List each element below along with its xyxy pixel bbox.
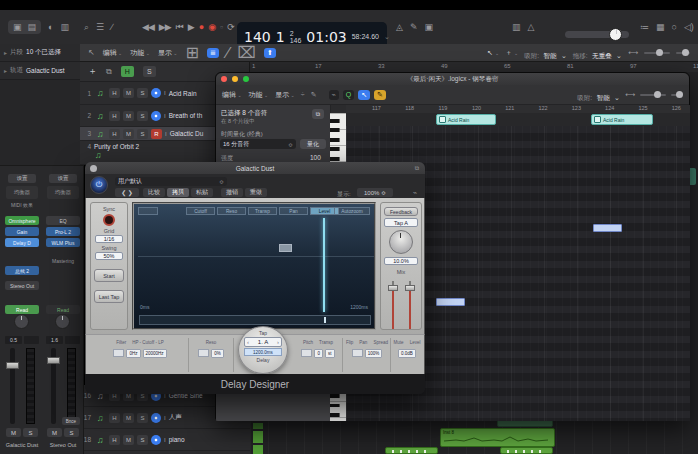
library-toggle-icon[interactable]: ▤ <box>28 22 37 32</box>
plugin-撤销-button[interactable]: 撤销 <box>221 188 243 197</box>
pencil-tool-icon[interactable]: ✎ <box>374 90 386 100</box>
start-button[interactable]: Start <box>94 269 124 282</box>
region-sliver[interactable] <box>253 431 263 443</box>
input-monitor-button[interactable] <box>151 88 161 98</box>
zoom-select[interactable]: 100% ≎ <box>357 188 393 197</box>
dry-slider[interactable] <box>404 281 416 329</box>
plugin-比较-button[interactable]: 比较 <box>143 188 165 197</box>
midi-in-icon[interactable]: ⌁ <box>329 90 339 100</box>
track-m-button[interactable]: M <box>123 88 134 98</box>
track-s-button[interactable]: S <box>137 413 148 423</box>
flex-icon[interactable]: ⌧ <box>237 43 255 62</box>
track-h-button[interactable]: H <box>109 435 120 445</box>
input-monitor-button[interactable] <box>151 111 161 121</box>
quantize-icon[interactable]: Q <box>343 90 354 100</box>
peak-value[interactable] <box>65 336 80 344</box>
view-tab-small[interactable] <box>138 207 158 215</box>
sync-led[interactable] <box>103 214 115 226</box>
input-monitor-button[interactable] <box>151 413 161 423</box>
filter-toggle[interactable] <box>113 349 124 357</box>
pencil-icon[interactable]: ∕ <box>111 22 113 32</box>
track-m-button[interactable]: M <box>123 435 134 445</box>
lcd-time[interactable]: 01:03 <box>306 29 346 45</box>
menu-显示[interactable]: 显示 ⌄ <box>158 48 178 58</box>
overview-strip[interactable] <box>139 315 371 325</box>
track-s-button[interactable]: S <box>137 111 148 121</box>
quantize-button[interactable]: 量化 <box>300 139 326 149</box>
preset-select[interactable]: 用户默认≎ <box>115 177 227 186</box>
global-hide-button[interactable]: H <box>121 66 134 77</box>
cycle-icon[interactable]: ⟳ <box>227 22 234 32</box>
snap-select[interactable]: 吸附: 智能 ⌄ <box>524 44 567 62</box>
h-zoom-icon[interactable]: ⟷ <box>625 91 635 99</box>
zoom-slider[interactable] <box>640 94 666 96</box>
track-h-button[interactable]: H <box>109 88 120 98</box>
plugin-slot-wlm-plus[interactable]: WLM Plus <box>46 238 80 247</box>
region-sliver[interactable] <box>253 423 263 429</box>
lcd-bar[interactable]: 1 <box>276 29 285 45</box>
view-tab-pan[interactable]: Pan <box>279 207 308 215</box>
grid-value[interactable]: 1/16 <box>95 235 123 243</box>
track-m-button[interactable]: M <box>123 413 134 423</box>
volume-value[interactable]: 0.5 <box>5 336 22 344</box>
pitch-value[interactable]: 0 <box>314 349 323 358</box>
fader-cap[interactable] <box>47 357 60 364</box>
level-value[interactable]: 0.0dB <box>398 349 416 358</box>
plugin-slot-omnisphere[interactable]: Omnisphere <box>5 216 39 225</box>
preset-nav-buttons[interactable]: ❮ ❯ <box>115 188 139 197</box>
reso-value[interactable]: 0% <box>211 349 224 358</box>
speaker-icon[interactable]: ◁) <box>684 22 694 32</box>
h-zoom-slider[interactable] <box>644 52 670 54</box>
capture-icon[interactable]: ◉ <box>208 22 215 32</box>
midi-region-acid-rain[interactable]: Acid Rain <box>591 114 653 125</box>
track-h-button[interactable]: H <box>109 111 120 121</box>
h-zoom-icon[interactable]: ⟷ <box>628 49 638 57</box>
grid-icon[interactable]: ⊞ <box>185 43 198 62</box>
quantize-select[interactable]: 16 分音符≎ <box>220 139 296 149</box>
tap-line[interactable] <box>323 218 325 312</box>
pointer-tool-icon[interactable]: ↖ <box>358 90 370 100</box>
notifications-icon[interactable]: ○ <box>672 22 677 32</box>
mute-button[interactable]: M <box>47 428 62 437</box>
tap-id-handle[interactable] <box>279 244 292 252</box>
sidechain-icon[interactable]: ⌁ <box>413 189 417 197</box>
midi-note[interactable] <box>436 298 465 306</box>
plugin-重做-button[interactable]: 重做 <box>245 188 267 197</box>
tap-stepper[interactable]: ‹1. A› <box>244 337 282 347</box>
goto-begin-icon[interactable]: ⏮ <box>176 22 183 33</box>
track-s-button[interactable]: S <box>137 435 148 445</box>
midi-region-acid-rain[interactable]: Acid Rain <box>436 114 496 125</box>
disclosure-icon[interactable]: ▸ <box>4 49 7 56</box>
menu-功能[interactable]: 功能 ⌄ <box>249 90 269 100</box>
automation-mode[interactable]: Read <box>5 305 39 314</box>
automation-mode[interactable]: Read <box>46 305 80 314</box>
delay-time-value[interactable]: 1200.0ms <box>244 348 282 356</box>
input-monitor-button[interactable] <box>151 435 161 445</box>
lcd-chevron-icon[interactable]: ⌄ <box>384 33 390 41</box>
pan-knob[interactable] <box>55 314 70 329</box>
track-inspector-row[interactable]: ▸ 轨道 Galactic Dust <box>0 62 80 80</box>
pitch-unit[interactable]: st <box>325 349 335 358</box>
global-solo-button[interactable]: S <box>143 66 156 77</box>
solo-button[interactable]: S <box>23 428 38 437</box>
expand-icon[interactable]: ⧉ <box>312 109 324 119</box>
lcd-frames[interactable]: 58:24.60 <box>352 33 379 40</box>
fader-track[interactable] <box>10 348 15 424</box>
menu-显示[interactable]: 显示 ⌄ <box>275 90 295 100</box>
wet-slider[interactable] <box>387 281 399 329</box>
link-icon[interactable]: ⧉ <box>415 165 419 172</box>
setting-button[interactable]: 设置 <box>49 174 77 183</box>
record-icon[interactable]: ● <box>199 22 203 32</box>
track-row-18[interactable]: 18♫HMSIpiano <box>80 429 250 451</box>
tap-display[interactable]: CutoffResoTranspPanLevel Autozoom 0ms 12… <box>132 202 376 330</box>
send-slot[interactable]: 总线 2 <box>5 266 39 275</box>
catch-icon[interactable]: ≣ <box>207 48 219 58</box>
track-h-button[interactable]: H <box>109 129 120 139</box>
add-track-button[interactable]: ＋ <box>88 65 97 78</box>
reso-bars[interactable] <box>198 349 209 357</box>
track-m-button[interactable]: M <box>123 111 134 121</box>
menu-编辑[interactable]: 编辑 ⌄ <box>222 90 242 100</box>
lp-cutoff[interactable]: 20000Hz <box>143 349 167 358</box>
autozoom-icon[interactable]: ⬆ <box>264 48 276 58</box>
plugin-slot-pro-l-2[interactable]: Pro-L 2 <box>46 227 80 236</box>
